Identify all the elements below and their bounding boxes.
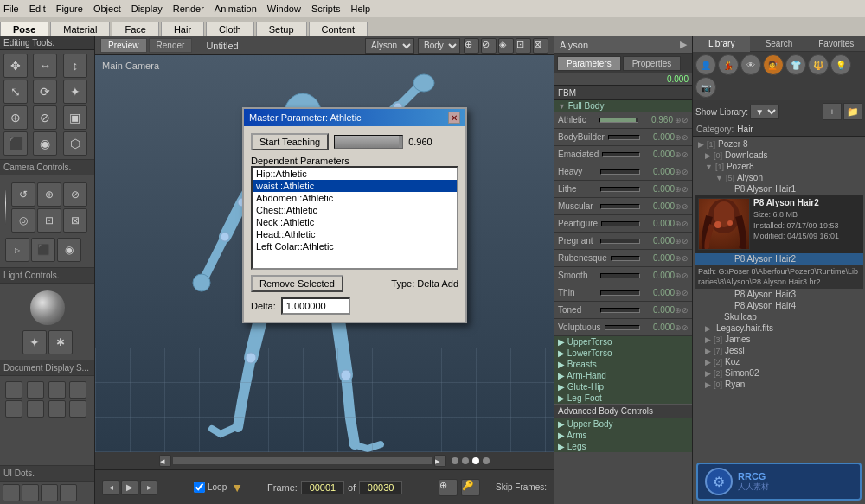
smooth-slider[interactable]: [600, 273, 641, 278]
header-btn-3[interactable]: ◈: [498, 38, 514, 54]
doc-btn-1[interactable]: [5, 381, 22, 399]
scroll-left[interactable]: ◂: [159, 455, 171, 467]
cam-btn-3[interactable]: ⊘: [63, 182, 87, 207]
tree-koz[interactable]: ▶ [2] Koz: [695, 356, 863, 367]
ui-dot-2[interactable]: [22, 484, 39, 501]
body-select[interactable]: Body: [418, 38, 460, 54]
dialog-close-button[interactable]: ✕: [448, 112, 460, 124]
cam-btn-1[interactable]: ↺: [11, 182, 35, 207]
cam-btn-6[interactable]: ⊠: [63, 208, 87, 233]
dial-pearfigure[interactable]: Pearfigure 0.000 ⊕⊘: [554, 215, 692, 233]
tree-simon02[interactable]: ▶ [2] Simon02: [695, 367, 863, 379]
menu-edit[interactable]: Edit: [29, 3, 46, 14]
cam-btn-7[interactable]: ▷: [5, 238, 29, 262]
tool-hair[interactable]: ⬛: [3, 131, 28, 156]
tab-content[interactable]: Content: [309, 22, 368, 36]
next-frame-btn[interactable]: ▸: [140, 480, 157, 495]
menu-figure[interactable]: Figure: [56, 3, 83, 14]
param-chest[interactable]: Chest::Athletic: [253, 204, 457, 216]
tree-hair3[interactable]: P8 Alyson Hair3: [695, 289, 863, 300]
cam-btn-2[interactable]: ⊕: [37, 182, 61, 207]
nav-dot-2[interactable]: [462, 457, 469, 464]
start-teaching-button[interactable]: Start Teaching: [251, 133, 329, 150]
param-tab-parameters[interactable]: Parameters: [557, 56, 621, 71]
arms-section[interactable]: ▶ Arms: [554, 430, 692, 441]
lib-icon-1[interactable]: 👤: [695, 54, 716, 75]
cam-btn-8[interactable]: ⬛: [31, 238, 55, 262]
light-btn-2[interactable]: ✱: [48, 330, 73, 354]
tree-hair1[interactable]: P8 Alyson Hair1: [695, 183, 863, 195]
tab-face[interactable]: Face: [112, 22, 158, 36]
legs-section[interactable]: ▶ Legs: [554, 441, 692, 452]
glute-hip-section[interactable]: ▶ Glute-Hip: [554, 381, 692, 392]
playback-opt-1[interactable]: ⊕: [439, 479, 458, 496]
alyson-select[interactable]: Alyson: [365, 38, 414, 54]
tree-pozer8-sub[interactable]: ▼ [1] Pozer8: [695, 161, 863, 172]
menu-animation[interactable]: Animation: [215, 3, 257, 14]
emaciated-slider[interactable]: [602, 152, 640, 157]
param-neck[interactable]: Neck::Athletic: [253, 216, 457, 228]
tree-hair2[interactable]: P8 Alyson Hair2: [695, 253, 863, 265]
tree-james[interactable]: ▶ [3] James: [695, 334, 863, 345]
arm-hand-section[interactable]: ▶ Arm-Hand: [554, 370, 692, 381]
tool-cloth[interactable]: ⬡: [63, 131, 87, 156]
bodybuilder-slider[interactable]: [608, 135, 640, 140]
tree-hair4[interactable]: P8 Alyson Hair4: [695, 300, 863, 311]
tool-twist[interactable]: ✦: [63, 80, 87, 104]
dial-toned[interactable]: Toned 0.000 ⊕⊘: [554, 302, 692, 319]
lib-tab-search[interactable]: Search: [750, 36, 807, 52]
tree-jessi[interactable]: ▶ [7] Jessi: [695, 345, 863, 356]
upper-torso-section[interactable]: ▶ UpperTorso: [554, 336, 692, 348]
dial-thin[interactable]: Thin 0.000 ⊕⊘: [554, 284, 692, 302]
lib-icon-4[interactable]: 💇: [763, 54, 784, 75]
voluptuous-slider[interactable]: [605, 325, 641, 330]
ui-dot-1[interactable]: [3, 484, 20, 501]
ui-dot-3[interactable]: [41, 484, 58, 501]
lithe-slider[interactable]: [600, 187, 641, 192]
dial-voluptuous[interactable]: Voluptuous 0.000 ⊕⊘: [554, 319, 692, 336]
param-waist[interactable]: waist::Athletic: [253, 180, 457, 192]
header-btn-5[interactable]: ⊠: [533, 38, 548, 54]
menu-scripts[interactable]: Scripts: [311, 3, 341, 14]
param-leftcolar[interactable]: Left Colar::Athletic: [253, 240, 457, 252]
param-tab-properties[interactable]: Properties: [623, 56, 682, 71]
header-btn-2[interactable]: ⊘: [481, 38, 497, 54]
leg-foot-section[interactable]: ▶ Leg-Foot: [554, 392, 692, 404]
doc-btn-7[interactable]: [48, 400, 66, 418]
lib-icon-2[interactable]: 💃: [718, 54, 739, 75]
tool-focus[interactable]: ◉: [33, 131, 57, 156]
dependent-params-list[interactable]: Hip::Athletic waist::Athletic Abdomen::A…: [251, 166, 458, 270]
full-body-section[interactable]: ▼ Full Body: [554, 100, 692, 112]
lib-icon-7[interactable]: 💡: [830, 54, 851, 75]
lib-icon-6[interactable]: 🔱: [808, 54, 829, 75]
param-head[interactable]: Head::Athletic: [253, 228, 457, 240]
viewport-canvas[interactable]: Main Camera: [95, 55, 554, 452]
menu-file[interactable]: File: [3, 3, 19, 14]
lower-torso-section[interactable]: ▶ LowerTorso: [554, 348, 692, 359]
dial-pregnant[interactable]: Pregnant 0.000 ⊕⊘: [554, 233, 692, 250]
dial-muscular[interactable]: Muscular 0.000 ⊕⊘: [554, 198, 692, 215]
toned-slider[interactable]: [600, 308, 641, 313]
nav-dot-3[interactable]: [472, 457, 479, 464]
header-btn-4[interactable]: ⊡: [516, 38, 531, 54]
tree-legacy[interactable]: ▶ Legacy.hair.fits: [695, 322, 863, 334]
athletic-slider[interactable]: [599, 118, 639, 123]
lib-icon-5[interactable]: 👕: [785, 54, 806, 75]
rubenesque-slider[interactable]: [611, 256, 640, 261]
dial-emaciated[interactable]: Emaciated 0.000 ⊕⊘: [554, 146, 692, 163]
h-scrollbar[interactable]: [173, 457, 432, 464]
ui-dot-4[interactable]: [60, 484, 77, 501]
heavy-slider[interactable]: [600, 169, 641, 175]
tool-rotate[interactable]: ⟳: [33, 80, 57, 104]
tool-scale-v[interactable]: ↕: [63, 54, 87, 78]
nav-dot-1[interactable]: [452, 457, 458, 464]
menu-help[interactable]: Help: [351, 3, 371, 14]
doc-btn-6[interactable]: [27, 400, 44, 418]
tab-cloth[interactable]: Cloth: [206, 22, 254, 36]
playback-opt-2[interactable]: 🔑: [461, 479, 480, 496]
lib-tab-library[interactable]: Library: [693, 36, 750, 52]
menu-render[interactable]: Render: [173, 3, 204, 14]
cam-btn-9[interactable]: ◉: [57, 238, 81, 262]
tab-hair[interactable]: Hair: [161, 22, 204, 36]
param-abdomen[interactable]: Abdomen::Athletic: [253, 192, 457, 204]
